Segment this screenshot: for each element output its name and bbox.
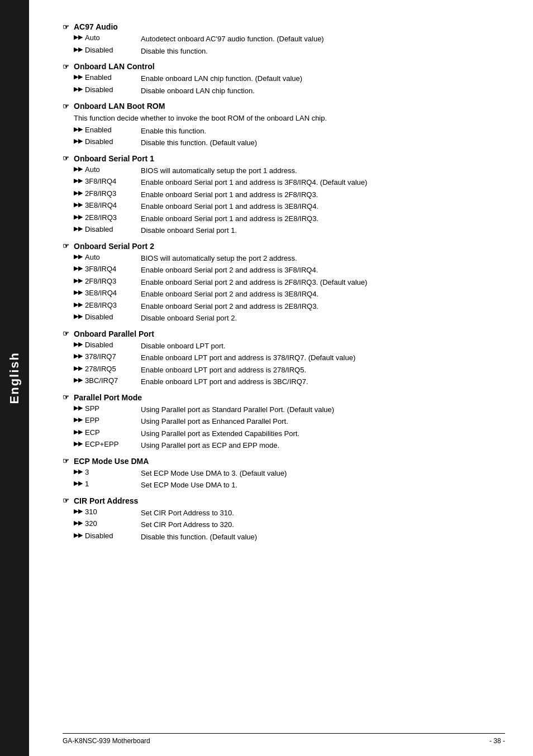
item-row: ▶▶AutoBIOS will automatically setup the … bbox=[63, 253, 505, 264]
item-key-text: EPP bbox=[85, 416, 99, 424]
cursor-icon: ☞ bbox=[63, 102, 69, 111]
item-row: ▶▶AutoAutodetect onboard AC'97 audio fun… bbox=[63, 34, 505, 45]
item-desc-text: Disable this function. (Default value) bbox=[141, 137, 505, 149]
item-key-text: Disabled bbox=[85, 313, 113, 321]
arrow-icon: ▶▶ bbox=[74, 440, 83, 447]
item-key: ▶▶Enabled bbox=[74, 126, 141, 137]
item-desc-text: Enable onboard Serial port 2 and address… bbox=[141, 277, 505, 288]
item-key: ▶▶3 bbox=[74, 468, 141, 479]
arrow-icon: ▶▶ bbox=[74, 519, 83, 527]
item-row: ▶▶DisabledDisable onboard Serial port 1. bbox=[63, 225, 505, 236]
section-parallel-port-mode: ☞Parallel Port Mode▶▶SPPUsing Parallel p… bbox=[63, 393, 505, 451]
footer: GA-K8NSC-939 Motherboard - 38 - bbox=[63, 733, 505, 745]
page-container: English ☞AC97 Audio▶▶AutoAutodetect onbo… bbox=[0, 0, 533, 756]
footer-left: GA-K8NSC-939 Motherboard bbox=[63, 737, 150, 745]
arrow-icon: ▶▶ bbox=[74, 189, 83, 197]
main-content: ☞AC97 Audio▶▶AutoAutodetect onboard AC'9… bbox=[29, 0, 533, 756]
section-onboard-lan-control: ☞Onboard LAN Control▶▶EnabledEnable onbo… bbox=[63, 62, 505, 96]
item-row: ▶▶DisabledDisable onboard LPT port. bbox=[63, 341, 505, 352]
item-key: ▶▶2E8/IRQ3 bbox=[74, 301, 141, 312]
item-desc-text: Enable onboard Serial port 2 and address… bbox=[141, 265, 505, 276]
arrow-icon: ▶▶ bbox=[74, 201, 83, 208]
arrow-icon: ▶▶ bbox=[74, 404, 83, 412]
cursor-icon: ☞ bbox=[63, 457, 69, 465]
item-key-text: 3E8/IRQ4 bbox=[85, 289, 117, 297]
item-key: ▶▶Auto bbox=[74, 165, 141, 176]
arrow-icon: ▶▶ bbox=[74, 289, 83, 296]
item-key-text: 320 bbox=[85, 519, 97, 528]
item-desc-text: Disable onboard LPT port. bbox=[141, 341, 505, 352]
item-row: ▶▶DisabledDisable this function. (Defaul… bbox=[63, 532, 505, 543]
item-key: ▶▶320 bbox=[74, 519, 141, 530]
item-key-text: ECP+EPP bbox=[85, 440, 118, 448]
item-key: ▶▶3BC/IRQ7 bbox=[74, 376, 141, 387]
item-key-text: 2F8/IRQ3 bbox=[85, 277, 116, 285]
arrow-icon: ▶▶ bbox=[74, 137, 83, 145]
item-key: ▶▶Disabled bbox=[74, 341, 141, 352]
item-desc-text: Enable onboard Serial port 2 and address… bbox=[141, 301, 505, 312]
item-key: ▶▶310 bbox=[74, 508, 141, 519]
sections-container: ☞AC97 Audio▶▶AutoAutodetect onboard AC'9… bbox=[63, 22, 505, 542]
item-key-text: Disabled bbox=[85, 137, 113, 146]
item-desc-text: BIOS will automatically setup the port 1… bbox=[141, 165, 505, 176]
item-key-text: Auto bbox=[85, 34, 100, 42]
item-row: ▶▶2F8/IRQ3Enable onboard Serial port 1 a… bbox=[63, 189, 505, 200]
sidebar-label: English bbox=[7, 352, 22, 404]
item-row: ▶▶1Set ECP Mode Use DMA to 1. bbox=[63, 480, 505, 491]
item-row: ▶▶378/IRQ7Enable onboard LPT port and ad… bbox=[63, 352, 505, 363]
item-desc-text: Enable onboard Serial port 1 and address… bbox=[141, 189, 505, 200]
arrow-icon: ▶▶ bbox=[74, 365, 83, 372]
section-ecp-mode-use-dma: ☞ECP Mode Use DMA▶▶3Set ECP Mode Use DMA… bbox=[63, 457, 505, 491]
section-title-text: Onboard Serial Port 1 bbox=[74, 154, 154, 163]
item-desc-text: Disable onboard LAN chip function. bbox=[141, 85, 505, 97]
item-row: ▶▶2E8/IRQ3Enable onboard Serial port 2 a… bbox=[63, 301, 505, 312]
item-desc-text: Enable onboard LPT port and address is 3… bbox=[141, 376, 505, 387]
arrow-icon: ▶▶ bbox=[74, 532, 83, 539]
section-cir-port-address: ☞CIR Port Address▶▶310Set CIR Port Addre… bbox=[63, 496, 505, 543]
arrow-icon: ▶▶ bbox=[74, 126, 83, 133]
section-title-onboard-lan-boot-rom: ☞Onboard LAN Boot ROM bbox=[63, 102, 505, 111]
item-row: ▶▶2F8/IRQ3Enable onboard Serial port 2 a… bbox=[63, 277, 505, 288]
arrow-icon: ▶▶ bbox=[74, 277, 83, 284]
arrow-icon: ▶▶ bbox=[74, 253, 83, 260]
item-desc-text: Enable onboard LAN chip function. (Defau… bbox=[141, 73, 505, 84]
arrow-icon: ▶▶ bbox=[74, 508, 83, 515]
item-row: ▶▶3BC/IRQ7Enable onboard LPT port and ad… bbox=[63, 376, 505, 387]
item-row: ▶▶320Set CIR Port Address to 320. bbox=[63, 519, 505, 530]
item-key: ▶▶3F8/IRQ4 bbox=[74, 177, 141, 188]
item-key-text: Auto bbox=[85, 165, 100, 174]
cursor-icon: ☞ bbox=[63, 393, 69, 401]
item-row: ▶▶DisabledDisable onboard LAN chip funct… bbox=[63, 85, 505, 97]
item-key: ▶▶Auto bbox=[74, 34, 141, 45]
item-desc-text: Disable this function. bbox=[141, 46, 505, 57]
cursor-icon: ☞ bbox=[63, 154, 69, 162]
item-row: ▶▶AutoBIOS will automatically setup the … bbox=[63, 165, 505, 176]
cursor-icon: ☞ bbox=[63, 329, 69, 338]
item-key: ▶▶EPP bbox=[74, 416, 141, 427]
item-desc-text: Enable onboard Serial port 1 and address… bbox=[141, 201, 505, 212]
section-title-onboard-serial-port-1: ☞Onboard Serial Port 1 bbox=[63, 154, 505, 163]
item-key-text: SPP bbox=[85, 404, 99, 413]
item-desc-text: BIOS will automatically setup the port 2… bbox=[141, 253, 505, 264]
item-desc-text: Using Parallel port as Enhanced Parallel… bbox=[141, 416, 505, 427]
section-onboard-parallel-port: ☞Onboard Parallel Port▶▶DisabledDisable … bbox=[63, 329, 505, 387]
item-key-text: 378/IRQ7 bbox=[85, 352, 116, 361]
item-row: ▶▶ECPUsing Parallel port as Extended Cap… bbox=[63, 428, 505, 439]
item-row: ▶▶EPPUsing Parallel port as Enhanced Par… bbox=[63, 416, 505, 427]
item-key-text: 3 bbox=[85, 468, 89, 476]
section-title-parallel-port-mode: ☞Parallel Port Mode bbox=[63, 393, 505, 402]
section-title-ac97-audio: ☞AC97 Audio bbox=[63, 22, 505, 31]
section-title-text: Onboard LAN Boot ROM bbox=[74, 102, 165, 111]
item-row: ▶▶EnabledEnable onboard LAN chip functio… bbox=[63, 73, 505, 84]
section-description: This function decide whether to invoke t… bbox=[63, 113, 505, 124]
cursor-icon: ☞ bbox=[63, 63, 69, 71]
item-key-text: 2E8/IRQ3 bbox=[85, 213, 117, 222]
item-key: ▶▶Disabled bbox=[74, 225, 141, 236]
cursor-icon: ☞ bbox=[63, 242, 69, 250]
section-title-text: CIR Port Address bbox=[74, 496, 138, 505]
arrow-icon: ▶▶ bbox=[74, 225, 83, 232]
item-key: ▶▶Disabled bbox=[74, 137, 141, 149]
arrow-icon: ▶▶ bbox=[74, 177, 83, 184]
item-desc-text: Disable this function. (Default value) bbox=[141, 532, 505, 543]
section-title-onboard-lan-control: ☞Onboard LAN Control bbox=[63, 62, 505, 71]
